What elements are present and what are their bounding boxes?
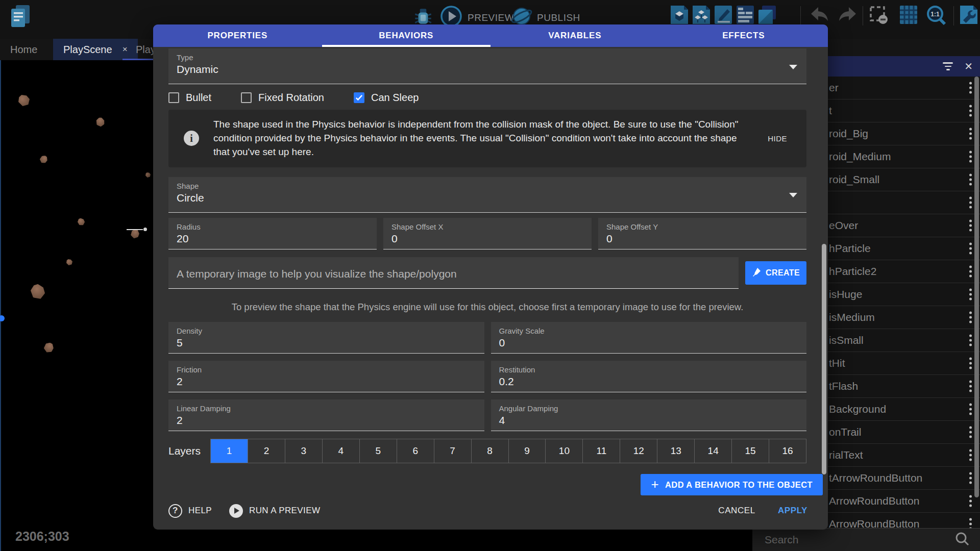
filter-icon[interactable] (943, 62, 953, 70)
dialog-scrollbar[interactable] (822, 244, 826, 474)
item-menu-icon[interactable] (969, 518, 972, 529)
checkbox-box-icon[interactable] (354, 92, 364, 103)
selection-handle[interactable] (143, 228, 147, 231)
field-angular-damping[interactable]: Angular Damping4 (491, 399, 807, 431)
layer-option-2[interactable]: 2 (248, 439, 285, 463)
checkbox-box-icon[interactable] (168, 92, 179, 103)
asteroid-sprite[interactable] (28, 282, 47, 301)
item-menu-icon[interactable] (969, 472, 972, 484)
tab-playscene[interactable]: PlayScene × (53, 39, 138, 60)
checkbox-bullet[interactable]: Bullet (168, 92, 211, 104)
object-name: roid_Big (829, 128, 868, 140)
item-menu-icon[interactable] (969, 220, 972, 232)
item-menu-icon[interactable] (969, 358, 972, 369)
item-menu-icon[interactable] (969, 151, 972, 163)
field-friction[interactable]: Friction2 (168, 361, 484, 392)
item-menu-icon[interactable] (969, 243, 972, 255)
asteroid-sprite[interactable] (39, 155, 48, 164)
item-menu-icon[interactable] (969, 128, 972, 140)
help-button[interactable]: ? HELP (168, 504, 212, 518)
layer-option-7[interactable]: 7 (434, 439, 472, 463)
item-menu-icon[interactable] (969, 174, 972, 186)
asteroid-sprite[interactable] (66, 259, 72, 265)
object-name: roid_Small (829, 173, 879, 186)
tab-properties[interactable]: PROPERTIES (153, 24, 322, 47)
item-menu-icon[interactable] (969, 197, 972, 209)
add-behavior-button[interactable]: + ADD A BEHAVIOR TO THE OBJECT (641, 474, 823, 495)
object-point-marker[interactable] (0, 315, 5, 321)
layer-option-9[interactable]: 9 (509, 439, 546, 463)
item-menu-icon[interactable] (969, 105, 972, 117)
asteroid-sprite[interactable] (42, 341, 55, 354)
object-name: eOver (829, 219, 858, 232)
field-gravity-scale[interactable]: Gravity Scale0 (491, 322, 807, 354)
layer-option-3[interactable]: 3 (285, 439, 323, 463)
project-manager-icon[interactable] (7, 3, 33, 32)
publish-button[interactable]: PUBLISH (537, 12, 580, 23)
checkbox-can-sleep[interactable]: Can Sleep (354, 92, 419, 104)
svg-text:1:1: 1:1 (930, 11, 940, 18)
item-menu-icon[interactable] (969, 82, 972, 94)
asteroid-sprite[interactable] (145, 172, 151, 178)
item-menu-icon[interactable] (969, 289, 972, 300)
field-shape-offset-x[interactable]: Shape Offset X0 (383, 218, 592, 249)
run-preview-button[interactable]: RUN A PREVIEW (229, 504, 320, 518)
item-menu-icon[interactable] (969, 427, 972, 438)
redo-icon[interactable] (836, 4, 860, 28)
panel-scrollbar[interactable] (974, 77, 979, 497)
asteroid-sprite[interactable] (18, 95, 30, 106)
asteroid-sprite[interactable] (94, 116, 107, 129)
layer-option-14[interactable]: 14 (695, 439, 732, 463)
item-menu-icon[interactable] (969, 312, 972, 323)
layer-option-8[interactable]: 8 (472, 439, 509, 463)
field-restitution[interactable]: Restitution0.2 (491, 361, 807, 392)
item-menu-icon[interactable] (969, 449, 972, 461)
close-panel-icon[interactable]: ✕ (964, 60, 973, 72)
temp-image-field[interactable]: A temporary image to help you visualize … (168, 257, 739, 289)
layer-option-12[interactable]: 12 (620, 439, 657, 463)
deselect-icon[interactable] (868, 4, 889, 28)
layer-option-6[interactable]: 6 (397, 439, 434, 463)
field-density[interactable]: Density5 (168, 322, 484, 354)
item-menu-icon[interactable] (969, 335, 972, 346)
item-menu-icon[interactable] (969, 404, 972, 415)
field-linear-damping[interactable]: Linear Damping2 (168, 399, 484, 431)
item-menu-icon[interactable] (969, 266, 972, 278)
tab-home[interactable]: Home (0, 39, 47, 60)
tab-effects[interactable]: EFFECTS (659, 24, 828, 47)
type-select[interactable]: Type Dynamic (168, 48, 806, 84)
search-input[interactable]: Search (765, 534, 954, 546)
layer-option-10[interactable]: 10 (546, 439, 583, 463)
field-value: 2 (177, 414, 476, 427)
layer-option-16[interactable]: 16 (769, 439, 806, 463)
grid-icon[interactable] (898, 4, 919, 28)
shape-select[interactable]: Shape Circle (168, 177, 806, 213)
layer-option-1[interactable]: 1 (211, 439, 248, 463)
toolbar-separator (863, 6, 863, 26)
preview-button[interactable]: PREVIEW (468, 12, 514, 23)
tab-behaviors[interactable]: BEHAVIORS (322, 24, 491, 47)
temp-image-row: A temporary image to help you visualize … (168, 257, 806, 289)
zoom-1-1-icon[interactable]: 1:1 (925, 4, 947, 29)
tab-variables[interactable]: VARIABLES (491, 24, 659, 47)
object-name: isHuge (829, 288, 862, 300)
field-shape-offset-y[interactable]: Shape Offset Y0 (598, 218, 806, 249)
search-bar[interactable]: Search (752, 528, 980, 551)
layer-option-11[interactable]: 11 (583, 439, 620, 463)
create-button[interactable]: CREATE (745, 261, 806, 285)
tools-icon[interactable] (959, 4, 979, 28)
checkbox-fixed-rotation[interactable]: Fixed Rotation (241, 92, 324, 104)
checkbox-box-icon[interactable] (241, 92, 252, 103)
cancel-button[interactable]: CANCEL (718, 506, 755, 516)
item-menu-icon[interactable] (969, 381, 972, 392)
asteroid-sprite[interactable] (77, 217, 85, 226)
layer-option-15[interactable]: 15 (732, 439, 769, 463)
item-menu-icon[interactable] (969, 495, 972, 507)
layer-option-5[interactable]: 5 (360, 439, 397, 463)
layer-option-4[interactable]: 4 (323, 439, 360, 463)
layer-option-13[interactable]: 13 (657, 439, 695, 463)
field-radius[interactable]: Radius20 (168, 218, 377, 249)
hide-button[interactable]: HIDE (764, 131, 791, 146)
object-name: tHit (829, 357, 845, 369)
apply-button[interactable]: APPLY (778, 506, 807, 516)
